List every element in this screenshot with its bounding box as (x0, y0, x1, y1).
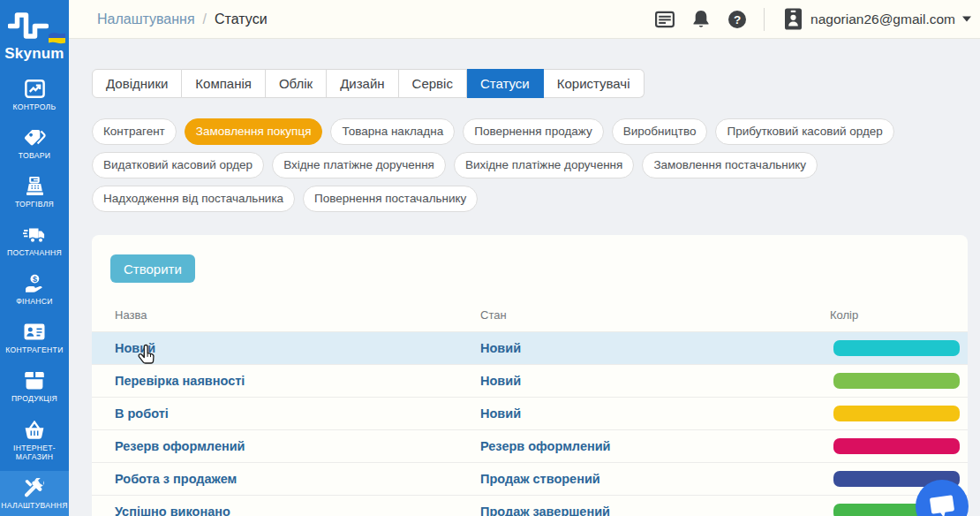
chip-7[interactable]: Вхідне платіжне доручення (272, 152, 446, 178)
row-name: Новий (115, 341, 480, 355)
svg-text:$: $ (33, 275, 37, 284)
chip-0[interactable]: Контрагент (92, 118, 177, 145)
tab-0[interactable]: Довідники (92, 69, 182, 98)
row-name: Успішно виконано (115, 505, 480, 516)
row-color-cell (830, 340, 968, 356)
chip-4[interactable]: Виробництво (612, 118, 708, 145)
row-state: Новий (480, 374, 830, 388)
table-row-5[interactable]: Успішно виконаноПродаж завершений (92, 495, 968, 516)
tab-3[interactable]: Дизайн (327, 69, 398, 98)
color-swatch (833, 373, 960, 389)
chip-10[interactable]: Надходження від постачальника (92, 186, 295, 212)
user-menu[interactable]: nagorian26@gmail.com (784, 8, 971, 30)
sidebar-item-6[interactable]: ПРОДУКЦІЯ (0, 362, 69, 411)
column-header-state: Стан (480, 308, 830, 322)
sidebar-item-2[interactable]: ТОРГІВЛЯ (0, 168, 69, 216)
row-state: Резерв оформлений (480, 439, 830, 453)
row-state: Продаж створений (480, 472, 830, 486)
sidebar-item-label: ПРОДУКЦІЯ (11, 394, 57, 403)
ukraine-flag-icon (49, 32, 65, 44)
tools-icon (25, 478, 45, 497)
settings-tabs: ДовідникиКомпаніяОблікДизайнСервісСтатус… (92, 69, 645, 98)
sidebar-item-8[interactable]: НАЛАШТУВАННЯ (0, 471, 69, 516)
tab-5[interactable]: Статуси (467, 69, 544, 98)
help-icon[interactable]: ? (727, 10, 747, 29)
sidebar-item-label: ІНТЕРНЕТ-МАГАЗИН (3, 444, 66, 461)
caret-down-icon (962, 16, 971, 22)
skynum-pulse-icon (8, 11, 49, 40)
hand-dollar-icon: $ (24, 274, 45, 293)
table-row-4[interactable]: Робота з продажемПродаж створений (92, 462, 968, 495)
svg-text:?: ? (734, 12, 741, 26)
tab-1[interactable]: Компанія (182, 69, 266, 98)
breadcrumb-separator: / (203, 11, 207, 27)
row-name: В роботі (115, 406, 480, 421)
row-name: Робота з продажем (115, 472, 480, 486)
truck-icon (23, 225, 46, 245)
sidebar-item-3[interactable]: ПОСТАЧАННЯ (0, 216, 69, 265)
chip-6[interactable]: Видатковий касовий ордер (92, 152, 264, 178)
breadcrumb-current: Статуси (215, 11, 268, 27)
sidebar-item-4[interactable]: $ФІНАНСИ (0, 265, 69, 314)
breadcrumb: Налаштування / Статуси (97, 11, 268, 27)
sidebar-item-1[interactable]: ТОВАРИ (0, 119, 69, 168)
row-state: Новий (480, 406, 830, 421)
sidebar: Skynum КОНТРОЛЬТОВАРИТОРГІВЛЯПОСТАЧАННЯ$… (0, 0, 69, 516)
breadcrumb-parent-link[interactable]: Налаштування (97, 11, 195, 27)
chip-3[interactable]: Повернення продажу (463, 118, 604, 145)
row-state: Новий (480, 341, 830, 355)
chart-line-icon (25, 80, 45, 99)
sidebar-item-label: КОНТРАГЕНТИ (5, 345, 63, 354)
column-header-name: Назва (115, 308, 480, 322)
row-name: Резерв оформлений (115, 439, 480, 453)
table-row-3[interactable]: Резерв оформленийРезерв оформлений (92, 429, 968, 462)
sidebar-nav: КОНТРОЛЬТОВАРИТОРГІВЛЯПОСТАЧАННЯ$ФІНАНСИ… (0, 71, 69, 516)
tags-icon (24, 128, 46, 148)
user-email: nagorian26@gmail.com (810, 11, 955, 27)
chip-9[interactable]: Замовлення постачальнику (642, 152, 818, 178)
billing-icon[interactable] (655, 10, 675, 29)
row-color-cell (830, 406, 968, 421)
chip-8[interactable]: Вихідне платіжне доручення (454, 152, 634, 178)
color-swatch (833, 438, 960, 454)
row-color-cell (830, 373, 968, 389)
logo[interactable]: Skynum (0, 0, 69, 71)
basket-icon (24, 421, 45, 440)
tab-2[interactable]: Облік (266, 69, 327, 98)
box-icon (24, 371, 45, 391)
table-row-2[interactable]: В роботіНовий (92, 397, 968, 429)
sidebar-item-label: ТОВАРИ (19, 151, 50, 160)
tab-6[interactable]: Користувачі (544, 69, 645, 98)
chip-11[interactable]: Повернення постачальнику (303, 186, 478, 212)
table-row-0[interactable]: НовийНовий (92, 331, 968, 364)
chip-2[interactable]: Товарна накладна (330, 118, 455, 145)
header-divider (764, 8, 765, 31)
bell-icon[interactable] (691, 10, 711, 29)
color-swatch (833, 340, 960, 356)
tab-4[interactable]: Сервіс (399, 69, 467, 98)
sidebar-item-label: ФІНАНСИ (16, 297, 53, 306)
header-actions: ? nagorian26@gmail.com (638, 8, 971, 31)
table-body: НовийНовийПеревірка наявностіНовийВ робо… (92, 331, 968, 516)
logo-text: Skynum (4, 45, 64, 63)
document-type-chips: КонтрагентЗамовлення покупцяТоварна накл… (92, 118, 968, 212)
sidebar-item-label: ПОСТАЧАННЯ (7, 248, 62, 257)
sidebar-item-7[interactable]: ІНТЕРНЕТ-МАГАЗИН (0, 411, 69, 471)
main-content: ДовідникиКомпаніяОблікДизайнСервісСтатус… (69, 39, 980, 516)
chip-5[interactable]: Прибутковий касовий ордер (715, 118, 893, 145)
sidebar-item-label: КОНТРОЛЬ (13, 102, 57, 111)
id-card-icon (24, 322, 45, 342)
user-avatar-icon (784, 8, 803, 30)
sidebar-item-0[interactable]: КОНТРОЛЬ (0, 71, 69, 119)
sidebar-item-5[interactable]: КОНТРАГЕНТИ (0, 314, 69, 362)
header: Налаштування / Статуси ? nagorian26@gmai… (69, 0, 980, 39)
row-color-cell (830, 438, 968, 454)
cash-register-icon (25, 177, 45, 196)
table-row-1[interactable]: Перевірка наявностіНовий (92, 364, 968, 397)
create-button[interactable]: Створити (110, 254, 195, 283)
sidebar-item-label: НАЛАШТУВАННЯ (1, 501, 67, 510)
column-header-color: Колір (830, 308, 968, 322)
row-name: Перевірка наявності (115, 374, 480, 388)
sidebar-item-label: ТОРГІВЛЯ (15, 200, 54, 209)
chip-1[interactable]: Замовлення покупця (185, 118, 323, 145)
